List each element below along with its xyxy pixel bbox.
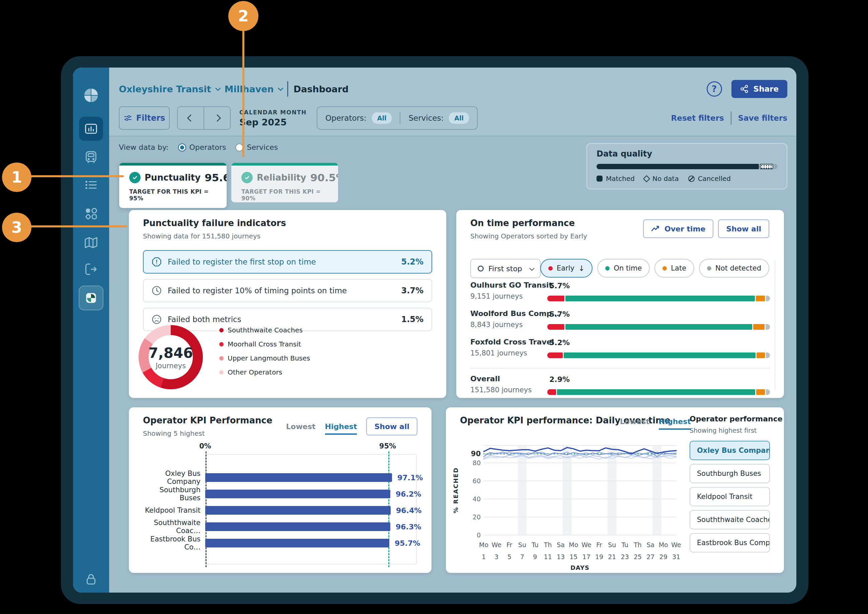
divider [470,368,770,369]
org-selector[interactable]: Oxleyshire Transit [119,84,219,94]
sidebar-item-logout[interactable] [83,262,99,277]
stage: 1 2 3 [0,0,868,614]
kpi-value: 97.1% [397,473,423,482]
chip-early[interactable]: Early↓ [540,259,593,278]
sidebar-item-vehicles[interactable] [83,149,99,165]
callout-line-2 [243,31,244,157]
card-subtitle: Showing 5 highest [143,429,205,437]
axis-label-target: 95% [379,442,396,450]
stacked-bar [547,296,770,301]
sidebar-item-map[interactable] [83,235,99,251]
svg-text:We: We [671,541,681,549]
kpi-bar-row: Keldpool Transit96.4% [143,506,425,515]
donut-legend-item: Souththwaite Coaches [219,323,310,337]
chevron-left-icon [187,115,194,122]
operator-name: Woolford Bus Comp… [470,309,559,318]
svg-text:Su: Su [518,541,526,549]
radio-label: Services [247,143,278,152]
highest-toggle[interactable]: Highest [325,422,357,435]
svg-text:Fr: Fr [507,541,512,549]
sidebar-item-partner-app[interactable] [79,285,103,310]
view-by-operators-radio[interactable]: Operators [178,143,226,152]
operator-list-item[interactable]: Southburgh Buses [689,464,770,483]
legend-item-matched: Matched [597,175,635,183]
next-month-button[interactable] [204,107,230,129]
period-stepper [177,106,231,130]
sidebar-item-list[interactable] [83,177,99,192]
operators-filter-label: Operators: [325,114,367,122]
svg-text:27: 27 [646,553,655,560]
check-circle-icon [129,172,141,183]
svg-text:We: We [492,541,501,549]
tab-reliability[interactable]: Reliability 90.5% TARGET FOR THIS KPI = … [231,163,338,202]
kpi-bar-row: Oxley Bus Company97.1% [143,473,425,482]
operator-panel-subtitle: Showing highest first [689,427,756,434]
over-time-button[interactable]: Over time [643,219,713,238]
sidebar-item-lock[interactable] [83,572,99,587]
filter-actions: Reset filters Save filters [671,106,787,130]
previous-month-button[interactable] [178,107,204,129]
journeys-count: 9,151 journeys [470,292,523,300]
failure-label: Failed both metrics [168,315,241,324]
services-filter-value[interactable]: All [449,112,469,124]
operator-name: Oulhurst GO Transit [470,281,552,289]
app-logo-icon [83,88,99,103]
early-percentage: 5.2% [549,338,570,347]
show-all-button[interactable]: Show all [366,417,417,436]
operator-list-item[interactable]: Oxley Bus Company [689,441,770,460]
divider [731,112,731,125]
tab-value: 90.5% [310,172,338,184]
save-filters-button[interactable]: Save filters [738,114,787,122]
show-all-button[interactable]: Show all [718,219,769,238]
tab-punctuality[interactable]: Punctuality 95.6% TARGET FOR THIS KPI = … [119,163,227,208]
sidebar-item-apps[interactable] [83,206,99,222]
bar-segment [557,389,755,395]
chip-not-detected[interactable]: Not detected [699,259,769,278]
lowest-toggle[interactable]: Lowest [286,422,316,431]
scrollbar[interactable] [775,260,775,390]
weekend-band [518,445,527,535]
help-button[interactable]: ? [707,81,722,97]
failure-indicator-row[interactable]: Failed to register 10% of timing points … [143,279,432,302]
chevron-down-icon [215,85,221,91]
operator-list-item[interactable]: Eastbrook Bus Compa… [689,533,770,552]
region-selector[interactable]: Millhaven [225,84,282,94]
data-quality-bar [597,164,777,169]
svg-text:80: 80 [473,459,481,467]
legend-dot-icon [219,342,224,346]
donut-legend-item: Other Operators [219,365,310,379]
bar-segment [565,324,753,330]
operators-filter-value[interactable]: All [372,112,392,124]
first-stop-dropdown[interactable]: First stop [470,259,541,278]
highest-toggle[interactable]: Highest [659,417,691,430]
tab-accent-bar [119,163,227,166]
svg-text:25: 25 [634,553,642,560]
view-by-services-radio[interactable]: Services [235,143,278,152]
active-filters: Operators: All Services: All [317,106,478,130]
stacked-bar [547,389,770,395]
tab-target: TARGET FOR THIS KPI = 95% [129,188,218,202]
callout-line-1 [31,175,124,177]
failure-indicator-row[interactable]: Failed to register the first stop on tim… [143,250,432,274]
svg-text:9: 9 [533,553,537,560]
tab-target: TARGET FOR THIS KPI = 90% [241,188,330,202]
bar-segment [766,352,770,358]
sidebar-item-analytics[interactable] [79,117,103,141]
data-quality-legend: Matched No data Cancelled [597,175,777,183]
reset-filters-button[interactable]: Reset filters [671,114,724,122]
chip-late[interactable]: Late [655,259,694,278]
chip-on-time[interactable]: On time [597,259,650,278]
filters-button[interactable]: Filters [119,106,170,130]
status-dot-icon [663,266,667,271]
failure-value: 3.7% [401,286,423,295]
weekend-band [608,445,617,535]
operator-list-item[interactable]: Souththwaite Coaches [689,510,770,529]
callout-number: 2 [238,7,249,25]
weekend-band [652,445,661,535]
share-button[interactable]: Share [731,80,787,98]
sliders-icon [123,114,132,122]
operator-list-item[interactable]: Keldpool Transit [689,487,770,506]
lowest-toggle[interactable]: Lowest [620,417,649,426]
chip-label: On time [614,264,642,272]
bar-segment [765,324,770,330]
